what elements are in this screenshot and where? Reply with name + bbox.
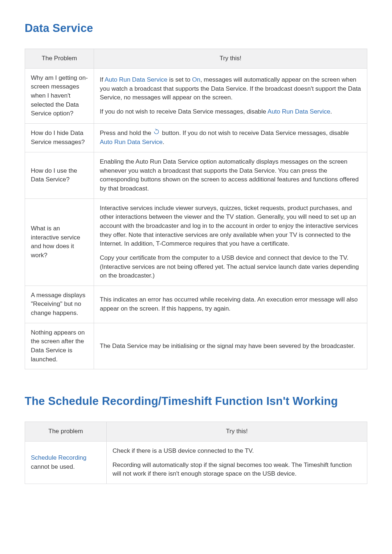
text-fragment: button. If you do not wish to receive Da…: [160, 130, 349, 136]
text-fragment: Auto Run Data Service: [268, 108, 330, 115]
text-fragment: If you do not wish to receive Data Servi…: [100, 108, 268, 115]
text-fragment: cannot be used.: [31, 463, 75, 470]
problem-cell: Why am I getting on-screen messages when…: [25, 68, 94, 123]
text-fragment: Copy your certificate from the computer …: [100, 254, 359, 279]
problem-cell: Nothing appears on the screen after the …: [25, 323, 94, 369]
solution-cell: Check if there is a USB device connected…: [107, 441, 367, 484]
problem-cell: What is an interactive service and how d…: [25, 198, 94, 286]
table-row: What is an interactive service and how d…: [25, 198, 367, 286]
solution-paragraph: If Auto Run Data Service is set to On, m…: [100, 75, 361, 102]
table-row: Nothing appears on the screen after the …: [25, 323, 367, 369]
text-fragment: Enabling the Auto Run Data Service optio…: [100, 158, 359, 192]
text-fragment: is set to: [167, 76, 192, 83]
col-header-solution: Try this!: [107, 422, 367, 442]
solution-paragraph: Enabling the Auto Run Data Service optio…: [100, 157, 361, 193]
problem-cell: How do I hide Data Service messages?: [25, 123, 94, 152]
solution-cell: Interactive services include viewer surv…: [94, 198, 367, 286]
solution-paragraph: Copy your certificate from the computer …: [100, 254, 361, 280]
text-fragment: Schedule Recording: [31, 454, 86, 461]
text-fragment: Press and hold the: [100, 130, 153, 136]
solution-cell: Enabling the Auto Run Data Service optio…: [94, 152, 367, 199]
solution-cell: Press and hold the button. If you do not…: [94, 123, 367, 152]
solution-paragraph: Check if there is a USB device connected…: [113, 447, 361, 456]
table-row: How do I use the Data Service?Enabling t…: [25, 152, 367, 199]
problem-cell: A message displays "Receiving" but no ch…: [25, 286, 94, 323]
col-header-solution: Try this!: [94, 49, 367, 69]
table-row: Why am I getting on-screen messages when…: [25, 68, 367, 123]
text-fragment: .: [330, 108, 332, 115]
data-service-table: The Problem Try this! Why am I getting o…: [25, 49, 367, 369]
table-row: How do I hide Data Service messages?Pres…: [25, 123, 367, 152]
table-row: A message displays "Receiving" but no ch…: [25, 286, 367, 323]
solution-cell: This indicates an error has occurred whi…: [94, 286, 367, 323]
text-fragment: Interactive services include viewer surv…: [100, 205, 358, 247]
col-header-problem: The problem: [25, 422, 107, 442]
text-fragment: Check if there is a USB device connected…: [113, 447, 254, 454]
text-fragment: This indicates an error has occurred whi…: [100, 296, 358, 312]
text-fragment: Auto Run Data Service: [105, 76, 167, 83]
solution-paragraph: Recording will automatically stop if the…: [113, 461, 361, 479]
solution-paragraph: The Data Service may be initialising or …: [100, 342, 361, 351]
solution-paragraph: If you do not wish to receive Data Servi…: [100, 107, 361, 116]
text-fragment: If: [100, 76, 105, 83]
solution-paragraph: This indicates an error has occurred whi…: [100, 295, 361, 313]
timeshift-table: The problem Try this! Schedule Recording…: [25, 422, 367, 484]
problem-cell: Schedule Recording cannot be used.: [25, 441, 107, 484]
text-fragment: Auto Run Data Service: [100, 139, 163, 145]
problem-cell: How do I use the Data Service?: [25, 152, 94, 199]
solution-cell: The Data Service may be initialising or …: [94, 323, 367, 369]
text-fragment: Recording will automatically stop if the…: [113, 461, 352, 477]
return-icon: [153, 128, 160, 138]
text-fragment: The Data Service may be initialising or …: [100, 342, 355, 349]
text-fragment: .: [163, 139, 164, 145]
table-row: Schedule Recording cannot be used.Check …: [25, 441, 367, 484]
solution-cell: If Auto Run Data Service is set to On, m…: [94, 68, 367, 123]
text-fragment: On: [192, 76, 200, 83]
solution-paragraph: Interactive services include viewer surv…: [100, 204, 361, 249]
section-heading-timeshift: The Schedule Recording/Timeshift Functio…: [25, 395, 367, 408]
section-heading-data-service: Data Service: [25, 22, 367, 35]
solution-paragraph: Press and hold the button. If you do not…: [100, 129, 361, 147]
col-header-problem: The Problem: [25, 49, 94, 69]
